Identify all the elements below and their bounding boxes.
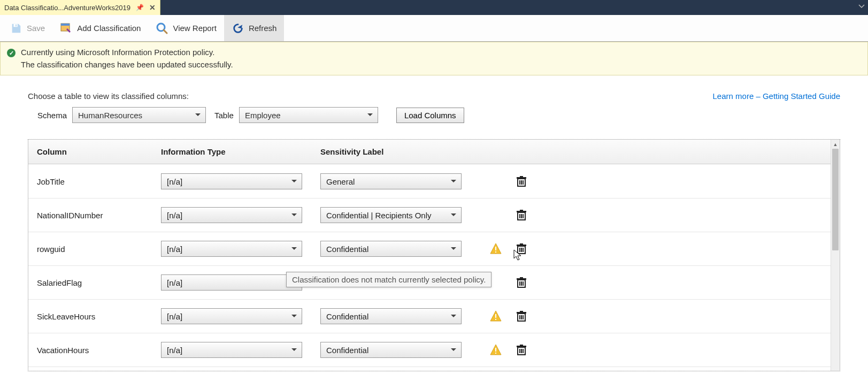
toolbar: Save Add Classification View Report Refr… <box>0 15 868 42</box>
tooltip-text: Classification does not match currently … <box>292 275 486 284</box>
svg-rect-39 <box>520 311 523 312</box>
table-row: SickLeaveHours[n/a]Confidential <box>28 300 831 333</box>
cell-column-name: SickLeaveHours <box>37 312 161 321</box>
classification-grid: Column Information Type Sensitivity Labe… <box>28 139 840 371</box>
svg-rect-41 <box>495 353 496 354</box>
delete-button[interactable] <box>511 210 532 220</box>
learn-more-link[interactable]: Learn more – Getting Started Guide <box>713 91 840 101</box>
document-tab[interactable]: Data Classificatio...AdventureWorks2019 … <box>0 0 160 15</box>
cell-warning <box>481 344 511 356</box>
vertical-scrollbar[interactable]: ▲ <box>831 140 840 371</box>
delete-button[interactable] <box>511 311 532 322</box>
svg-rect-30 <box>517 278 526 280</box>
cell-sensitivity-label: Confidential | Recipients Only <box>320 207 481 223</box>
cell-information-type: [n/a] <box>161 342 320 358</box>
cell-column-name: NationalIDNumber <box>37 211 161 220</box>
svg-rect-24 <box>517 245 526 246</box>
save-button[interactable]: Save <box>2 15 52 41</box>
sensitivity-label-select[interactable]: General <box>320 173 462 189</box>
warning-icon[interactable] <box>489 242 502 255</box>
svg-rect-0 <box>13 24 17 27</box>
pin-icon[interactable]: 📌 <box>136 4 144 11</box>
svg-rect-17 <box>520 210 523 211</box>
sensitivity-label-select[interactable]: Confidential | Recipients Only <box>320 207 462 223</box>
sensitivity-label-select[interactable]: Confidential <box>320 241 462 257</box>
cell-column-name: JobTitle <box>37 177 161 186</box>
svg-rect-40 <box>495 348 496 352</box>
cell-information-type: [n/a] <box>161 241 320 257</box>
svg-rect-3 <box>61 24 70 26</box>
view-report-label: View Report <box>173 24 216 33</box>
header-sensitivity: Sensitivity Label <box>320 147 481 156</box>
cell-column-name: rowguid <box>37 245 161 254</box>
cell-sensitivity-label: Confidential <box>320 241 481 257</box>
svg-rect-31 <box>520 277 523 278</box>
table-select[interactable]: Employee <box>239 107 378 123</box>
save-icon <box>10 22 22 35</box>
search-icon <box>156 22 168 35</box>
svg-rect-47 <box>520 345 523 346</box>
sensitivity-label-select[interactable]: Confidential <box>320 308 462 324</box>
header-info-type: Information Type <box>161 147 320 156</box>
cell-sensitivity-label: Confidential <box>320 308 481 324</box>
cell-column-name: VacationHours <box>37 346 161 355</box>
delete-button[interactable] <box>511 243 532 254</box>
svg-rect-32 <box>495 314 496 318</box>
prompt-text: Choose a table to view its classified co… <box>28 91 189 101</box>
content-area: Choose a table to view its classified co… <box>0 75 868 371</box>
warning-icon[interactable] <box>489 310 502 323</box>
svg-rect-38 <box>517 312 526 314</box>
notification-line1: Currently using Microsoft Information Pr… <box>21 47 233 59</box>
schema-label: Schema <box>37 111 67 120</box>
grid-body: JobTitle[n/a]GeneralNationalIDNumber[n/a… <box>28 165 831 371</box>
information-type-select[interactable]: [n/a] <box>161 308 302 324</box>
add-classification-icon <box>60 22 73 35</box>
cell-sensitivity-label: General <box>320 173 481 189</box>
cell-information-type: [n/a] <box>161 308 320 324</box>
delete-button[interactable] <box>511 345 532 355</box>
notification-line2: The classification changes have been upd… <box>21 59 233 71</box>
information-type-select[interactable]: [n/a] <box>161 207 302 223</box>
scroll-thumb[interactable] <box>832 149 839 250</box>
sensitivity-label-select[interactable]: Confidential <box>320 342 462 358</box>
information-type-select[interactable]: [n/a] <box>161 241 302 257</box>
load-columns-button[interactable]: Load Columns <box>396 108 464 123</box>
information-type-select[interactable]: [n/a] <box>161 173 302 189</box>
add-classification-button[interactable]: Add Classification <box>52 15 148 41</box>
header-column: Column <box>37 147 161 156</box>
title-bar: Data Classificatio...AdventureWorks2019 … <box>0 0 868 15</box>
cell-column-name: SalariedFlag <box>37 278 161 287</box>
svg-rect-11 <box>520 176 523 177</box>
schema-select[interactable]: HumanResources <box>72 107 206 123</box>
tab-overflow-icon[interactable] <box>858 3 865 11</box>
notification-banner: ✓ Currently using Microsoft Information … <box>0 42 868 75</box>
svg-rect-46 <box>517 346 526 347</box>
save-label: Save <box>27 24 45 33</box>
svg-rect-10 <box>517 177 526 179</box>
grid-header: Column Information Type Sensitivity Labe… <box>28 140 840 164</box>
scroll-up-button[interactable]: ▲ <box>831 140 840 149</box>
cell-information-type: [n/a] <box>161 173 320 189</box>
delete-button[interactable] <box>511 277 532 288</box>
table-row: NationalIDNumber[n/a]Confidential | Reci… <box>28 199 831 232</box>
schema-value: HumanResources <box>78 111 142 120</box>
close-icon[interactable]: ✕ <box>149 3 156 12</box>
delete-button[interactable] <box>511 176 532 187</box>
add-classification-label: Add Classification <box>77 24 141 33</box>
information-type-select[interactable]: [n/a] <box>161 274 302 291</box>
refresh-button[interactable]: Refresh <box>224 15 285 41</box>
information-type-select[interactable]: [n/a] <box>161 342 302 358</box>
svg-rect-19 <box>495 251 496 253</box>
success-check-icon: ✓ <box>7 49 16 57</box>
refresh-label: Refresh <box>249 24 277 33</box>
table-row: JobTitle[n/a]General <box>28 165 831 199</box>
view-report-button[interactable]: View Report <box>148 15 224 41</box>
selector-row: Schema HumanResources Table Employee Loa… <box>37 107 840 123</box>
cell-information-type: [n/a] <box>161 207 320 223</box>
table-label: Table <box>214 111 234 120</box>
warning-icon[interactable] <box>489 344 502 356</box>
svg-rect-16 <box>517 211 526 212</box>
table-value: Employee <box>245 111 281 120</box>
svg-rect-33 <box>495 319 496 320</box>
cell-warning <box>481 242 511 255</box>
